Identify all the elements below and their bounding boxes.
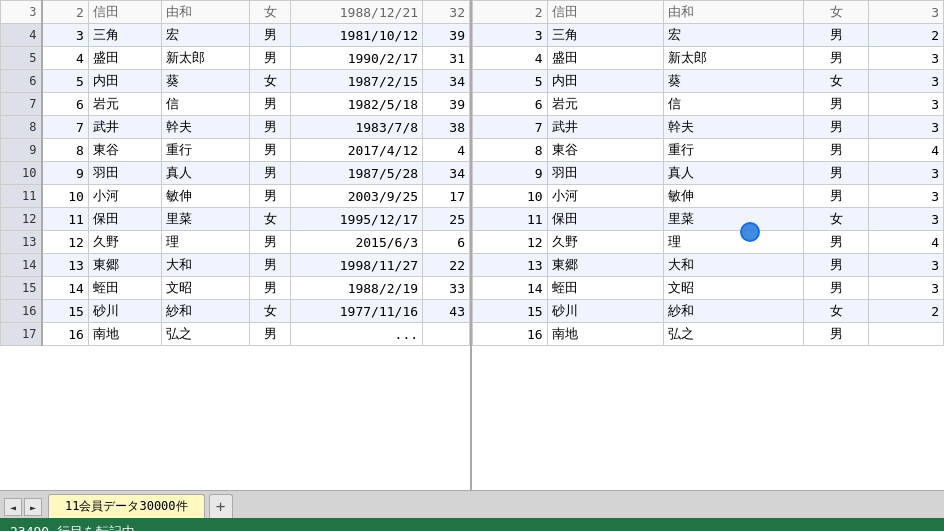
id-cell-r: 7 [473,116,548,139]
table-row: 13 東郷 大和 男 3 [473,254,944,277]
date-cell: 1998/11/27 [291,254,423,277]
age-cell-r: 3 [869,162,944,185]
last-name-cell: 久野 [88,231,161,254]
active-tab[interactable]: 11会員データ30000件 [48,494,205,518]
last-name-cell-r: 岩元 [547,93,664,116]
first-name-cell-r: 葵 [664,70,804,93]
last-name-cell: 東谷 [88,139,161,162]
gender-cell: 男 [250,185,291,208]
age-cell-r: 4 [869,231,944,254]
last-name-cell: 武井 [88,116,161,139]
table-row: 2 信田 由和 女 3 [473,1,944,24]
row-number: 4 [1,24,42,47]
date-cell: 2003/9/25 [291,185,423,208]
age-cell [423,323,470,346]
last-name-cell: 信田 [88,1,161,24]
first-name-cell: 紗和 [162,300,250,323]
first-name-cell-r: 信 [664,93,804,116]
first-name-cell: 大和 [162,254,250,277]
first-name-cell: 弘之 [162,323,250,346]
gender-cell-r: 女 [804,1,869,24]
date-cell: 2017/4/12 [291,139,423,162]
age-cell: 39 [423,93,470,116]
gender-cell: 女 [250,208,291,231]
age-cell-r: 3 [869,47,944,70]
first-name-cell: 真人 [162,162,250,185]
last-name-cell: 保田 [88,208,161,231]
row-number: 11 [1,185,42,208]
age-cell-r: 3 [869,208,944,231]
tab-next-button[interactable]: ► [24,498,42,516]
age-cell-r: 3 [869,1,944,24]
first-name-cell: 信 [162,93,250,116]
table-row: 9 8 東谷 重行 男 2017/4/12 4 [1,139,470,162]
gender-cell-r: 男 [804,277,869,300]
id-cell: 14 [42,277,89,300]
first-name-cell-r: 真人 [664,162,804,185]
gender-cell-r: 男 [804,93,869,116]
age-cell-r: 2 [869,24,944,47]
gender-cell-r: 男 [804,47,869,70]
id-cell: 5 [42,70,89,93]
first-name-cell-r: 大和 [664,254,804,277]
id-cell: 16 [42,323,89,346]
last-name-cell-r: 武井 [547,116,664,139]
id-cell-r: 8 [473,139,548,162]
id-cell: 4 [42,47,89,70]
gender-cell-r: 男 [804,116,869,139]
first-name-cell-r: 重行 [664,139,804,162]
gender-cell: 男 [250,47,291,70]
gender-cell-r: 女 [804,300,869,323]
age-cell-r: 3 [869,93,944,116]
table-row: 5 内田 葵 女 3 [473,70,944,93]
id-cell-r: 6 [473,93,548,116]
row-number: 3 [1,1,42,24]
last-name-cell: 小河 [88,185,161,208]
tab-prev-button[interactable]: ◄ [4,498,22,516]
id-cell-r: 15 [473,300,548,323]
date-cell: 1982/5/18 [291,93,423,116]
table-row: 7 武井 幹夫 男 3 [473,116,944,139]
id-cell-r: 12 [473,231,548,254]
last-name-cell: 内田 [88,70,161,93]
id-cell-r: 3 [473,24,548,47]
age-cell: 43 [423,300,470,323]
age-cell: 6 [423,231,470,254]
table-row: 15 砂川 紗和 女 2 [473,300,944,323]
row-number: 9 [1,139,42,162]
table-row: 4 3 三角 宏 男 1981/10/12 39 [1,24,470,47]
gender-cell: 男 [250,254,291,277]
status-message: 23490 行目を転記中… [10,523,143,531]
id-cell: 9 [42,162,89,185]
id-cell: 2 [42,1,89,24]
add-tab-button[interactable]: + [209,494,233,518]
first-name-cell: 里菜 [162,208,250,231]
row-number: 8 [1,116,42,139]
row-number: 12 [1,208,42,231]
age-cell: 33 [423,277,470,300]
tab-navigation: ◄ ► [4,498,42,516]
table-row: 3 三角 宏 男 2 [473,24,944,47]
first-name-cell-r: 里菜 [664,208,804,231]
first-name-cell-r: 新太郎 [664,47,804,70]
date-cell: 1981/10/12 [291,24,423,47]
last-name-cell-r: 小河 [547,185,664,208]
age-cell-r [869,323,944,346]
right-table: 2 信田 由和 女 3 3 三角 宏 男 2 4 盛田 新太郎 男 3 5 内田… [472,0,944,490]
gender-cell-r: 男 [804,162,869,185]
first-name-cell-r: 敏伸 [664,185,804,208]
id-cell-r: 10 [473,185,548,208]
gender-cell: 女 [250,300,291,323]
id-cell-r: 16 [473,323,548,346]
gender-cell-r: 男 [804,254,869,277]
table-row: 15 14 蛭田 文昭 男 1988/2/19 33 [1,277,470,300]
gender-cell: 男 [250,93,291,116]
first-name-cell: 由和 [162,1,250,24]
spreadsheet-container: 3 2 信田 由和 女 1988/12/21 32 4 3 三角 宏 男 198… [0,0,944,490]
id-cell-r: 4 [473,47,548,70]
first-name-cell: 新太郎 [162,47,250,70]
table-row: 11 保田 里菜 女 3 [473,208,944,231]
last-name-cell: 三角 [88,24,161,47]
id-cell-r: 5 [473,70,548,93]
age-cell-r: 3 [869,277,944,300]
